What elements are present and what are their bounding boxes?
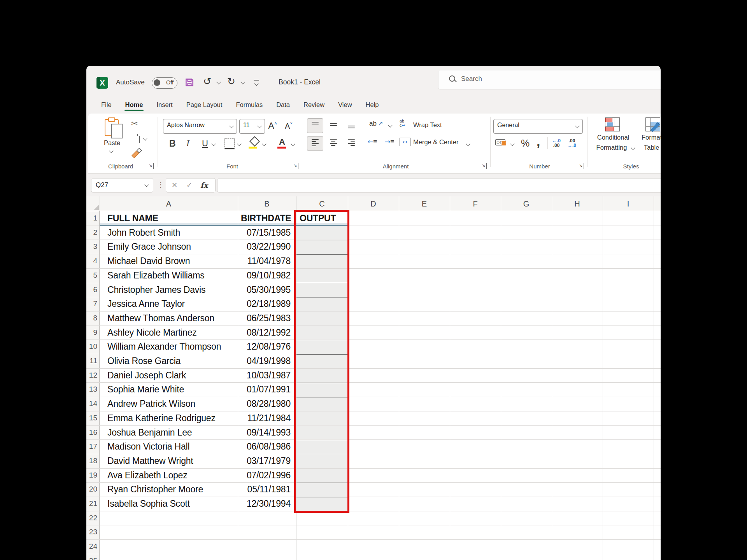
orientation-dropdown-icon[interactable] <box>388 123 392 127</box>
cell-B14[interactable]: 08/28/1980 <box>238 397 291 411</box>
tab-data[interactable]: Data <box>275 100 291 112</box>
row-header-4[interactable]: 4 <box>86 254 97 268</box>
output-cell-fill-C21[interactable] <box>296 497 347 511</box>
cell-B4[interactable]: 11/04/1978 <box>238 254 291 268</box>
tab-view[interactable]: View <box>337 100 352 112</box>
cell-B7[interactable]: 02/18/1989 <box>238 297 291 311</box>
insert-function-icon[interactable]: fx <box>200 181 208 189</box>
excel-app-icon[interactable]: X <box>96 77 108 89</box>
cell-B19[interactable]: 07/02/1996 <box>238 468 291 483</box>
row-header-6[interactable]: 6 <box>86 283 97 297</box>
format-painter-icon[interactable] <box>130 148 142 159</box>
column-header-I[interactable]: I <box>603 196 654 211</box>
row-header-1[interactable]: 1 <box>86 211 97 226</box>
output-cell-fill-C16[interactable] <box>296 425 347 440</box>
bold-button[interactable]: B <box>169 138 176 149</box>
row-header-11[interactable]: 11 <box>86 354 97 368</box>
row-header-22[interactable]: 22 <box>86 511 97 525</box>
undo-dropdown-icon[interactable] <box>216 80 221 84</box>
column-header-B[interactable]: B <box>238 196 296 211</box>
row-header-2[interactable]: 2 <box>86 226 97 240</box>
column-header-H[interactable]: H <box>552 196 603 211</box>
output-cell-fill-C10[interactable] <box>296 340 347 354</box>
cell-A5[interactable]: Sarah Elizabeth Williams <box>107 268 236 283</box>
cell-B2[interactable]: 07/15/1985 <box>238 226 291 240</box>
cell-B12[interactable]: 10/03/1987 <box>238 368 291 383</box>
column-header-C[interactable]: C <box>296 196 348 211</box>
decrease-decimal-button[interactable]: .00→.0 <box>568 138 576 148</box>
row-header-24[interactable]: 24 <box>86 539 97 554</box>
align-right-button[interactable] <box>344 136 359 150</box>
row-header-25[interactable]: 25 <box>86 554 97 560</box>
cell-A21[interactable]: Isabella Sophia Scott <box>107 497 236 511</box>
row-header-20[interactable]: 20 <box>86 482 97 497</box>
cell-A8[interactable]: Matthew Thomas Anderson <box>107 311 236 326</box>
row-header-5[interactable]: 5 <box>86 268 97 283</box>
cell-A4[interactable]: Michael David Brown <box>107 254 236 268</box>
font-color-dropdown-icon[interactable] <box>291 142 295 146</box>
row-header-10[interactable]: 10 <box>86 340 97 354</box>
cell-A15[interactable]: Emma Katherine Rodriguez <box>107 411 236 425</box>
cell-B20[interactable]: 05/11/1981 <box>238 482 291 497</box>
comma-style-button[interactable]: , <box>537 134 540 149</box>
redo-dropdown-icon[interactable] <box>240 80 245 84</box>
cell-A14[interactable]: Andrew Patrick Wilson <box>107 397 236 411</box>
row-header-18[interactable]: 18 <box>86 454 97 468</box>
cell-A12[interactable]: Daniel Joseph Clark <box>107 368 236 383</box>
tab-insert[interactable]: Insert <box>156 100 173 112</box>
cell-B10[interactable]: 12/08/1976 <box>238 340 291 354</box>
output-cell-fill-C5[interactable] <box>296 268 347 283</box>
tab-review[interactable]: Review <box>303 100 325 112</box>
cell-A19[interactable]: Ava Elizabeth Lopez <box>107 468 236 483</box>
formula-input[interactable] <box>217 178 661 192</box>
cell-A7[interactable]: Jessica Anne Taylor <box>107 297 236 311</box>
row-header-14[interactable]: 14 <box>86 397 97 411</box>
output-cell-fill-C9[interactable] <box>296 326 347 340</box>
output-cell-fill-C11[interactable] <box>296 354 347 368</box>
cell-B13[interactable]: 01/07/1991 <box>238 382 291 397</box>
align-top-button[interactable] <box>307 118 323 133</box>
cut-icon[interactable]: ✂ <box>131 119 138 128</box>
number-format-combo[interactable]: General <box>493 119 583 134</box>
tab-help[interactable]: Help <box>365 100 380 112</box>
save-icon[interactable] <box>184 77 195 88</box>
percent-style-button[interactable]: % <box>521 138 530 149</box>
row-header-17[interactable]: 17 <box>86 439 97 454</box>
underline-button[interactable]: U <box>202 138 208 149</box>
font-name-combo[interactable]: Aptos Narrow <box>163 119 237 134</box>
cell-B18[interactable]: 03/17/1979 <box>238 454 291 468</box>
cell-B5[interactable]: 09/10/1982 <box>238 268 291 283</box>
borders-icon[interactable] <box>224 138 235 149</box>
align-center-button[interactable] <box>326 136 341 150</box>
decrease-font-icon[interactable]: A˅ <box>285 121 293 131</box>
cell-B21[interactable]: 12/30/1994 <box>238 497 291 511</box>
increase-font-icon[interactable]: A˄ <box>268 121 277 131</box>
cell-A2[interactable]: John Robert Smith <box>107 226 236 240</box>
increase-indent-icon[interactable]: →≡ <box>385 138 394 146</box>
column-header-E[interactable]: E <box>399 196 450 211</box>
row-header-23[interactable]: 23 <box>86 525 97 539</box>
more-options-icon[interactable]: ⋮ <box>157 180 164 189</box>
enter-icon[interactable]: ✓ <box>186 181 192 189</box>
cell-B9[interactable]: 08/12/1992 <box>238 326 291 340</box>
quick-access-customize-icon[interactable] <box>254 80 259 80</box>
autosave-toggle[interactable]: Off <box>152 77 177 89</box>
output-cell-fill-C20[interactable] <box>296 482 347 497</box>
output-cell-fill-C13[interactable] <box>296 382 347 397</box>
column-header-G[interactable]: G <box>501 196 552 211</box>
clipboard-dialog-launcher[interactable]: ↘ <box>147 163 154 169</box>
name-box[interactable]: Q27 <box>91 178 153 192</box>
output-cell-fill-C12[interactable] <box>296 368 347 383</box>
output-cell-fill-C4[interactable] <box>296 254 347 268</box>
cell-A6[interactable]: Christopher James Davis <box>107 283 236 297</box>
cell-A11[interactable]: Olivia Rose Garcia <box>107 354 236 368</box>
tab-home[interactable]: Home <box>124 100 144 112</box>
font-size-combo[interactable]: 11 <box>239 119 265 134</box>
cell-A10[interactable]: William Alexander Thompson <box>107 340 236 354</box>
row-header-3[interactable]: 3 <box>86 240 97 254</box>
cell-B3[interactable]: 03/22/1990 <box>238 240 291 254</box>
alignment-dialog-launcher[interactable]: ↘ <box>480 163 487 169</box>
output-cell-fill-C3[interactable] <box>296 240 347 254</box>
row-header-13[interactable]: 13 <box>86 382 97 397</box>
tab-page-layout[interactable]: Page Layout <box>186 100 223 112</box>
